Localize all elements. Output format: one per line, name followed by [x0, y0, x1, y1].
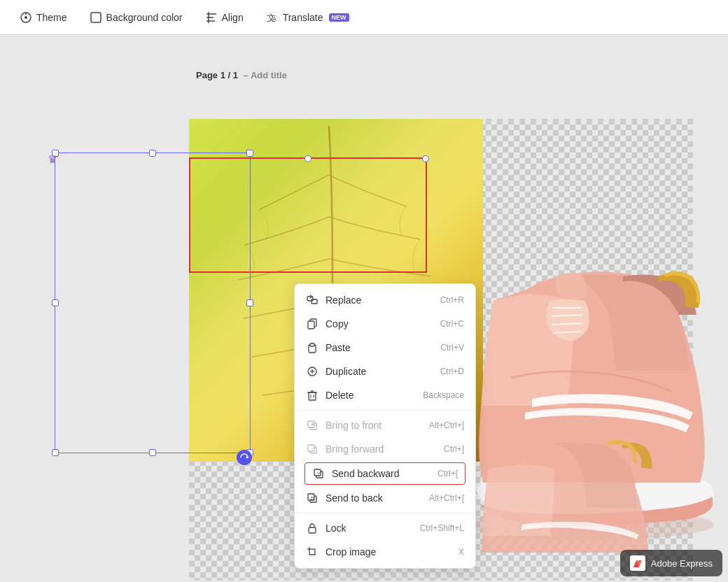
- paste-label: Paste: [326, 342, 351, 353]
- new-badge: NEW: [329, 13, 349, 22]
- duplicate-icon: [306, 365, 318, 378]
- menu-send-backward[interactable]: Send backward Ctrl+[: [304, 462, 465, 485]
- menu-bring-forward: Bring forward Ctrl+]: [295, 437, 475, 461]
- svg-rect-41: [309, 527, 316, 533]
- align-label: Align: [222, 12, 244, 23]
- align-button[interactable]: Align: [197, 7, 252, 28]
- theme-button[interactable]: Theme: [11, 7, 76, 28]
- rotate-handle[interactable]: [237, 450, 252, 465]
- send-backward-label: Send backward: [332, 468, 400, 479]
- crop-image-label: Crop image: [326, 546, 376, 558]
- send-backward-icon: [312, 467, 325, 480]
- bg-color-label: Background color: [106, 12, 183, 23]
- svg-text:A: A: [272, 15, 276, 22]
- handle-ml[interactable]: [52, 299, 59, 306]
- menu-replace[interactable]: Replace Ctrl+R: [295, 288, 475, 312]
- bg-color-icon: [90, 11, 102, 24]
- canvas-area: Page 1 / 1 – Add title: [0, 35, 728, 582]
- lock-shortcut: Ctrl+Shift+L: [420, 523, 464, 533]
- menu-bring-to-front: Bring to front Alt+Ctrl+]: [295, 413, 475, 437]
- menu-delete[interactable]: Delete Backspace: [295, 383, 475, 407]
- send-to-back-icon: [306, 492, 318, 504]
- theme-icon: [20, 11, 32, 24]
- adobe-watermark: Adobe Express: [620, 550, 722, 576]
- page-label: Page 1 / 1 – Add title: [196, 70, 287, 80]
- paste-shortcut: Ctrl+V: [440, 343, 464, 353]
- menu-lock[interactable]: Lock Ctrl+Shift+L: [295, 516, 475, 540]
- replace-shortcut: Ctrl+R: [440, 295, 464, 305]
- add-title[interactable]: – Add title: [244, 70, 287, 80]
- duplicate-label: Duplicate: [326, 366, 366, 377]
- handle-bl[interactable]: [52, 449, 59, 456]
- bring-forward-shortcut: Ctrl+]: [444, 444, 464, 454]
- adobe-logo: [630, 555, 645, 571]
- svg-rect-25: [309, 392, 316, 400]
- menu-divider-1: [295, 410, 475, 411]
- crop-icon: [306, 546, 318, 558]
- send-backward-shortcut: Ctrl+[: [438, 469, 458, 478]
- paste-icon: [306, 341, 318, 354]
- handle-tm[interactable]: [149, 150, 156, 157]
- translate-button[interactable]: 文 A Translate NEW: [258, 7, 358, 28]
- menu-copy[interactable]: Copy Ctrl+C: [295, 312, 475, 336]
- theme-label: Theme: [36, 12, 67, 23]
- menu-duplicate[interactable]: Duplicate Ctrl+D: [295, 360, 475, 383]
- bring-forward-icon: [306, 443, 318, 455]
- delete-icon: [306, 389, 318, 402]
- bring-forward-label: Bring forward: [326, 443, 384, 455]
- crown-icon: ♛: [48, 152, 57, 166]
- send-to-back-label: Send to back: [326, 492, 383, 504]
- bg-color-button[interactable]: Background color: [81, 7, 191, 28]
- handle-bm[interactable]: [149, 449, 156, 456]
- menu-paste[interactable]: Paste Ctrl+V: [295, 336, 475, 360]
- svg-rect-19: [308, 321, 314, 329]
- menu-send-to-back[interactable]: Send to back Alt+Ctrl+[: [295, 486, 475, 510]
- copy-shortcut: Ctrl+C: [440, 319, 464, 329]
- send-to-back-shortcut: Alt+Ctrl+[: [429, 493, 464, 503]
- svg-point-1: [24, 16, 27, 19]
- page-number: Page 1 / 1: [196, 70, 238, 80]
- lock-label: Lock: [326, 523, 346, 534]
- copy-label: Copy: [326, 318, 349, 329]
- copy-icon: [306, 318, 318, 330]
- delete-label: Delete: [326, 390, 354, 401]
- toolbar: Theme Background color Align 文 A T: [0, 0, 728, 35]
- align-icon: [205, 11, 218, 24]
- svg-rect-21: [310, 343, 314, 346]
- context-menu: Replace Ctrl+R Copy Ctrl+C: [294, 283, 476, 569]
- bring-to-front-label: Bring to front: [326, 420, 382, 431]
- menu-crop-image[interactable]: Crop image X: [295, 540, 475, 564]
- delete-shortcut: Backspace: [423, 390, 464, 400]
- svg-rect-3: [91, 13, 101, 22]
- svg-rect-17: [312, 299, 317, 304]
- adobe-watermark-text: Adobe Express: [651, 558, 713, 569]
- svg-rect-16: [307, 297, 313, 301]
- menu-divider-2: [295, 513, 475, 513]
- crop-image-shortcut: X: [458, 547, 464, 557]
- bring-to-front-icon: [306, 419, 318, 432]
- replace-icon: [306, 294, 318, 306]
- bring-to-front-shortcut: Alt+Ctrl+]: [429, 420, 464, 430]
- duplicate-shortcut: Ctrl+D: [440, 367, 464, 376]
- translate-label: Translate: [283, 12, 323, 23]
- translate-icon: 文 A: [266, 11, 279, 24]
- replace-label: Replace: [326, 294, 361, 306]
- lock-icon: [306, 522, 318, 534]
